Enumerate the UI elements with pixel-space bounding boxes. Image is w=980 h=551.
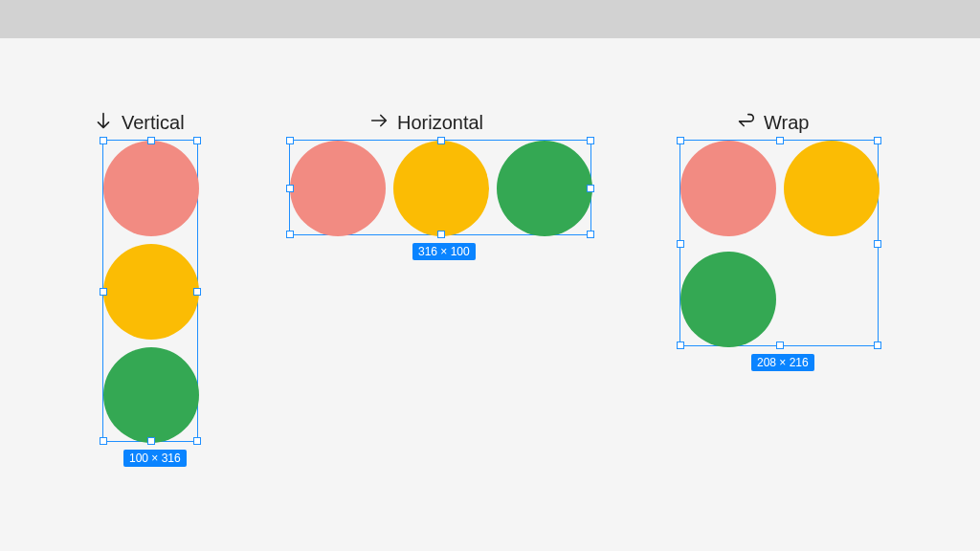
ellipse-1[interactable]	[680, 141, 776, 236]
frame-label-text: Vertical	[122, 112, 185, 134]
frame-label-text: Horizontal	[397, 112, 483, 134]
ellipse-3[interactable]	[103, 347, 199, 443]
ellipse-2[interactable]	[784, 141, 880, 236]
handle-br[interactable]	[587, 231, 594, 238]
ellipse-3[interactable]	[680, 252, 776, 347]
handle-tl[interactable]	[100, 137, 107, 144]
ellipse-1[interactable]	[103, 141, 199, 236]
wrap-icon	[735, 110, 756, 136]
handle-tr[interactable]	[193, 137, 201, 144]
handle-bl[interactable]	[677, 342, 684, 349]
dimensions-badge-vertical: 100 × 316	[123, 450, 187, 467]
handle-tm[interactable]	[437, 137, 445, 144]
dimensions-badge-horizontal: 316 × 100	[412, 243, 476, 260]
handle-tm[interactable]	[147, 137, 155, 144]
arrow-down-icon	[93, 110, 114, 136]
selection-box-horizontal[interactable]	[289, 140, 591, 235]
handle-tm[interactable]	[776, 137, 784, 144]
frame-label-horizontal: Horizontal	[368, 110, 483, 136]
selection-box-vertical[interactable]	[102, 140, 198, 442]
handle-tl[interactable]	[677, 137, 684, 144]
handle-mr[interactable]	[193, 288, 201, 296]
handle-tr[interactable]	[587, 137, 594, 144]
handle-tr[interactable]	[874, 137, 881, 144]
handle-bl[interactable]	[100, 437, 107, 445]
ellipse-3[interactable]	[497, 141, 592, 236]
autolayout-frame-horizontal[interactable]	[290, 141, 592, 236]
handle-ml[interactable]	[677, 240, 684, 248]
handle-tl[interactable]	[286, 137, 294, 144]
handle-bm[interactable]	[437, 231, 445, 238]
handle-br[interactable]	[874, 342, 881, 349]
design-canvas[interactable]: Vertical 100 × 316 Horizontal	[0, 38, 980, 551]
handle-br[interactable]	[193, 437, 201, 445]
selection-box-wrap[interactable]	[679, 140, 879, 346]
handle-bm[interactable]	[776, 342, 784, 349]
handle-ml[interactable]	[286, 185, 294, 192]
autolayout-frame-wrap[interactable]	[680, 141, 880, 347]
top-toolbar	[0, 0, 980, 38]
frame-label-wrap: Wrap	[735, 110, 809, 136]
ellipse-2[interactable]	[393, 141, 489, 236]
ellipse-1[interactable]	[290, 141, 386, 236]
autolayout-frame-vertical[interactable]	[103, 141, 199, 443]
handle-ml[interactable]	[100, 288, 107, 296]
handle-bm[interactable]	[147, 437, 155, 445]
dimensions-badge-wrap: 208 × 216	[751, 354, 814, 371]
handle-mr[interactable]	[874, 240, 881, 248]
frame-label-vertical: Vertical	[93, 110, 185, 136]
arrow-right-icon	[368, 110, 390, 136]
frame-label-text: Wrap	[764, 112, 809, 134]
ellipse-2[interactable]	[103, 244, 199, 340]
handle-mr[interactable]	[587, 185, 594, 192]
handle-bl[interactable]	[286, 231, 294, 238]
